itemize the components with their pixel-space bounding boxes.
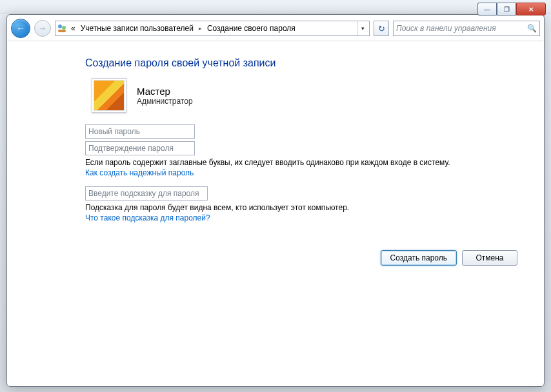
new-password-input[interactable]	[85, 124, 195, 139]
case-sensitivity-note: Если пароль содержит заглавные буквы, их…	[85, 158, 498, 167]
user-accounts-icon	[57, 23, 67, 34]
arrow-right-icon: →	[39, 24, 46, 33]
content-area: Создание пароля своей учетной записи Мас…	[8, 42, 543, 386]
avatar	[92, 78, 126, 113]
window-controls: — ❐ ✕	[477, 3, 546, 15]
navigation-row: ← → « Учетные записи пользователей ▸ Соз…	[11, 19, 540, 38]
footer-buttons: Создать пароль Отмена	[381, 250, 517, 266]
svg-point-1	[62, 26, 66, 30]
page-title: Создание пароля своей учетной записи	[85, 57, 543, 69]
breadcrumb-level-2[interactable]: Создание своего пароля	[206, 24, 297, 33]
hint-visibility-note: Подсказка для пароля будет видна всем, к…	[85, 203, 498, 212]
password-hint-input[interactable]	[85, 186, 208, 201]
refresh-icon: ↻	[378, 24, 385, 34]
arrow-left-icon: ←	[16, 23, 25, 34]
control-panel-window: — ❐ ✕ ← → « Учетные записи пользователей…	[6, 14, 545, 387]
search-input-wrapper[interactable]: Поиск в панели управления 🔍	[393, 21, 540, 36]
create-password-button[interactable]: Создать пароль	[381, 250, 457, 266]
strong-password-link[interactable]: Как создать надежный пароль	[85, 168, 543, 177]
account-summary: Мастер Администратор	[92, 78, 543, 113]
close-button[interactable]: ✕	[516, 3, 546, 15]
chevron-right-icon: ▸	[197, 25, 203, 32]
cancel-button[interactable]: Отмена	[462, 250, 517, 266]
address-bar[interactable]: « Учетные записи пользователей ▸ Создани…	[55, 21, 370, 36]
background-window-hint	[0, 0, 551, 14]
avatar-image	[94, 80, 125, 111]
breadcrumb-prefix: «	[70, 24, 77, 33]
svg-point-0	[58, 24, 62, 28]
svg-rect-2	[58, 30, 66, 32]
hint-help-link[interactable]: Что такое подсказка для паролей?	[85, 213, 543, 222]
breadcrumb-level-1[interactable]: Учетные записи пользователей	[79, 24, 195, 33]
maximize-button[interactable]: ❐	[497, 3, 516, 15]
minimize-button[interactable]: —	[477, 3, 497, 15]
refresh-button[interactable]: ↻	[374, 21, 389, 36]
header-divider	[8, 41, 543, 41]
nav-forward-button[interactable]: →	[34, 20, 51, 37]
account-name: Мастер	[137, 86, 193, 97]
confirm-password-input[interactable]	[85, 141, 195, 155]
search-placeholder: Поиск в панели управления	[396, 24, 496, 33]
search-icon: 🔍	[527, 24, 537, 33]
nav-back-button[interactable]: ←	[11, 19, 30, 38]
address-dropdown-button[interactable]: ▾	[357, 21, 368, 35]
account-role: Администратор	[137, 97, 193, 106]
